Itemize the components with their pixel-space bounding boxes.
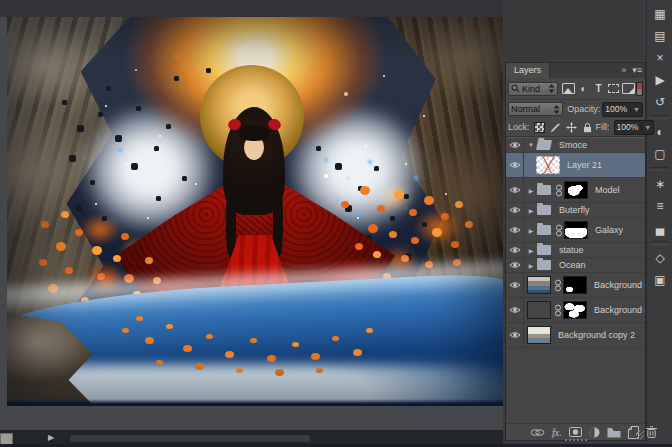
eye-toggle[interactable]	[506, 153, 524, 177]
lock-row: Lock: Fill: 100% ▼	[506, 118, 645, 137]
blend-mode-value: Normal	[511, 104, 553, 114]
lock-position-icon[interactable]	[566, 121, 578, 133]
paths-icon[interactable]: ◇	[647, 247, 672, 269]
layer-mask-thumbnail[interactable]	[564, 181, 588, 199]
new-group-icon[interactable]	[607, 427, 621, 438]
eye-toggle[interactable]	[506, 258, 524, 272]
delete-layer-icon[interactable]	[646, 426, 657, 438]
layers-panel-footer: fx.	[506, 423, 645, 440]
layer-row[interactable]: ▶Ocean	[506, 258, 645, 273]
expand-triangle-icon[interactable]: ▶	[527, 207, 535, 214]
lock-all-icon[interactable]	[582, 121, 594, 133]
expand-triangle-icon[interactable]: ▶	[527, 227, 535, 234]
layer-row-body: ▶Galaxy	[524, 218, 645, 242]
layer-mask-thumbnail[interactable]	[563, 301, 587, 319]
layer-row-body: ▼Smoce	[524, 138, 645, 152]
layer-row[interactable]: ▶statue	[506, 243, 645, 258]
layer-row[interactable]: ▶Model	[506, 178, 645, 203]
layer-filter-row: Kind ◐T	[506, 78, 645, 100]
tool-presets-icon[interactable]: ×	[647, 47, 672, 69]
layer-row[interactable]: Background copy 2	[506, 323, 645, 348]
group-folder-icon	[537, 260, 551, 270]
filter-smartobject-icon[interactable]	[622, 82, 635, 95]
layer-row[interactable]: ▶Buterfly	[506, 203, 645, 218]
fill-value: 100%	[617, 122, 639, 132]
layer-name: Galaxy	[595, 225, 623, 235]
filter-type-icon[interactable]: T	[592, 82, 605, 95]
layer-row-body: ▶statue	[524, 243, 645, 257]
scrollbar-thumb[interactable]	[70, 435, 310, 442]
layer-thumbnail[interactable]	[527, 326, 551, 344]
character-panel-icon[interactable]: ▤	[647, 25, 672, 47]
eye-toggle[interactable]	[506, 298, 524, 322]
new-adjustment-layer-icon[interactable]	[589, 427, 600, 438]
eye-toggle[interactable]	[506, 178, 524, 202]
link-layers-icon[interactable]	[530, 428, 545, 437]
group-folder-icon	[537, 245, 551, 255]
eye-toggle[interactable]	[506, 243, 524, 257]
blend-mode-dropdown[interactable]: Normal	[508, 102, 563, 116]
layer-row[interactable]: Background copy 3	[506, 273, 645, 298]
eye-toggle[interactable]	[506, 323, 524, 347]
dropdown-arrows-icon	[553, 105, 560, 114]
mask-link-icon	[554, 279, 562, 292]
expand-triangle-icon[interactable]: ▶	[527, 187, 535, 194]
layer-row[interactable]: Background copy	[506, 298, 645, 323]
filter-shape-icon[interactable]	[607, 82, 620, 95]
filter-adjustment-icon[interactable]: ◐	[577, 82, 590, 95]
tab-layers[interactable]: Layers	[506, 63, 550, 78]
expand-triangle-icon[interactable]: ▶	[527, 247, 535, 254]
filter-kind-dropdown[interactable]: Kind	[508, 82, 558, 96]
layer-thumbnail[interactable]	[536, 156, 560, 174]
layer-row[interactable]: ▼Smoce	[506, 138, 645, 153]
filter-pixel-icon[interactable]	[562, 82, 575, 95]
swatches-icon[interactable]: ▦	[647, 3, 672, 25]
layer-name: statue	[559, 245, 584, 255]
layer-row[interactable]: ▶Galaxy	[506, 218, 645, 243]
layer-row[interactable]: Layer 21	[506, 153, 645, 178]
layer-name: Ocean	[559, 260, 586, 270]
opacity-value-box[interactable]: 100% ▼	[602, 102, 643, 117]
expand-triangle-icon[interactable]: ▶	[527, 262, 535, 269]
scrollbar-arrow-icon[interactable]: ▶	[48, 433, 54, 442]
layer-mask-thumbnail[interactable]	[563, 276, 587, 294]
eye-toggle[interactable]	[506, 203, 524, 217]
layer-name: Model	[595, 185, 620, 195]
canvas[interactable]	[7, 17, 503, 406]
layer-thumbnail[interactable]	[527, 276, 551, 294]
group-folder-icon	[536, 140, 552, 150]
fill-value-box[interactable]: 100% ▼	[614, 120, 655, 135]
lock-transparency-icon[interactable]	[534, 121, 546, 133]
eye-toggle[interactable]	[506, 273, 524, 297]
eye-toggle[interactable]	[506, 218, 524, 242]
eye-toggle[interactable]	[506, 138, 524, 152]
filtering-toggle[interactable]	[636, 82, 643, 96]
styles-icon[interactable]: ▢	[647, 143, 672, 165]
brush-icon[interactable]: ∗	[647, 173, 672, 195]
group-folder-icon	[537, 185, 551, 195]
collapse-panel-icon[interactable]: »	[618, 63, 629, 78]
lock-pixels-icon[interactable]	[550, 121, 562, 133]
layers-panel-icon[interactable]: ▣	[647, 269, 672, 291]
brush-presets-icon[interactable]: ≡	[647, 195, 672, 217]
dock-divider	[650, 115, 669, 119]
clone-source-icon[interactable]: ▄	[647, 217, 672, 239]
layer-mask-thumbnail[interactable]	[564, 221, 588, 239]
layer-name: Background copy	[594, 305, 645, 315]
expand-triangle-icon[interactable]: ▼	[527, 142, 535, 148]
layer-style-icon[interactable]: fx.	[552, 427, 562, 438]
mask-link-icon	[555, 184, 563, 197]
panel-menu-icon[interactable]: ▾≡	[629, 63, 645, 78]
photoshop-window: ▦▤×▶↺◐▢∗≡▄◇▣ Layers » ▾≡ Kind ◐T Normal …	[0, 0, 672, 447]
add-layer-mask-icon[interactable]	[569, 427, 582, 437]
chevron-down-icon: ▼	[641, 124, 651, 131]
panel-resize-grip[interactable]	[636, 431, 644, 439]
dock-divider	[650, 167, 669, 171]
layer-row-body: ▶Ocean	[524, 258, 645, 272]
actions-icon[interactable]: ▶	[647, 69, 672, 91]
layer-thumbnail[interactable]	[527, 301, 551, 319]
panel-icon-dock: ▦▤×▶↺◐▢∗≡▄◇▣	[646, 0, 672, 447]
history-icon[interactable]: ↺	[647, 91, 672, 113]
layer-name: Background copy 3	[594, 280, 645, 290]
layers-panel: Layers » ▾≡ Kind ◐T Normal Opacity: 100%…	[505, 62, 646, 441]
